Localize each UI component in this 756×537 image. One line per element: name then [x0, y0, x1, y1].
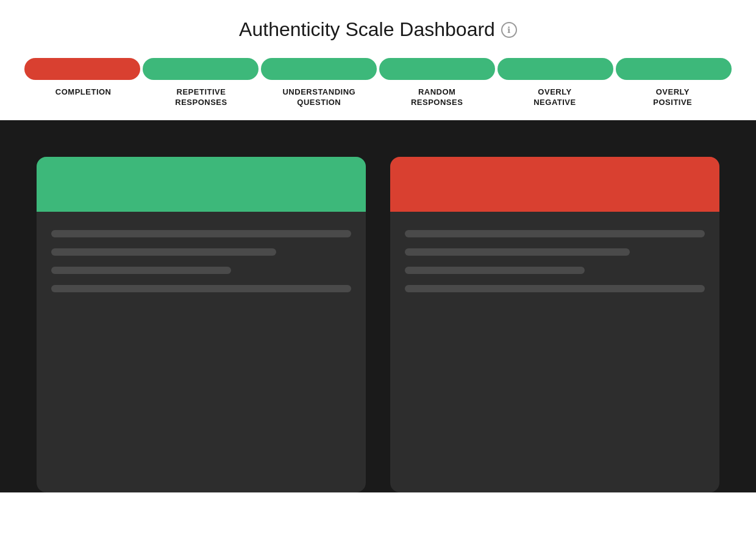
bottom-section — [0, 120, 756, 492]
skeleton-line — [405, 285, 705, 292]
scale-segment-understanding — [261, 58, 377, 80]
page-title: Authenticity Scale Dashboard — [239, 18, 495, 41]
card-green — [37, 157, 366, 492]
label-overly-negative: OVERLY NEGATIVE — [496, 87, 613, 108]
scale-bar — [24, 58, 732, 80]
scale-segment-random — [379, 58, 495, 80]
title-row: Authenticity Scale Dashboard ℹ — [12, 18, 744, 41]
scale-segment-completion — [24, 58, 140, 80]
skeleton-line — [51, 267, 231, 274]
label-overly-positive: OVERLY POSITIVE — [614, 87, 732, 108]
skeleton-line — [405, 248, 630, 256]
card-red-body — [390, 212, 719, 311]
scale-segment-repetitive — [143, 58, 259, 80]
card-red-header — [390, 157, 719, 212]
info-icon[interactable]: ℹ — [501, 22, 517, 38]
card-green-body — [37, 212, 366, 311]
scale-segment-overly-positive — [616, 58, 732, 80]
label-completion: COMPLETION — [24, 87, 142, 108]
skeleton-line — [51, 230, 351, 237]
label-understanding: UNDERSTANDING QUESTION — [260, 87, 378, 108]
top-section: Authenticity Scale Dashboard ℹ COMPLETIO… — [0, 0, 756, 120]
skeleton-line — [405, 267, 585, 274]
skeleton-line — [51, 248, 276, 256]
card-red — [390, 157, 719, 492]
label-repetitive: REPETITIVE RESPONSES — [142, 87, 260, 108]
skeleton-line — [405, 230, 705, 237]
scale-labels: COMPLETION REPETITIVE RESPONSES UNDERSTA… — [24, 87, 732, 108]
scale-segment-overly-negative — [497, 58, 613, 80]
label-random: RANDOM RESPONSES — [378, 87, 496, 108]
card-green-header — [37, 157, 366, 212]
skeleton-line — [51, 285, 351, 292]
